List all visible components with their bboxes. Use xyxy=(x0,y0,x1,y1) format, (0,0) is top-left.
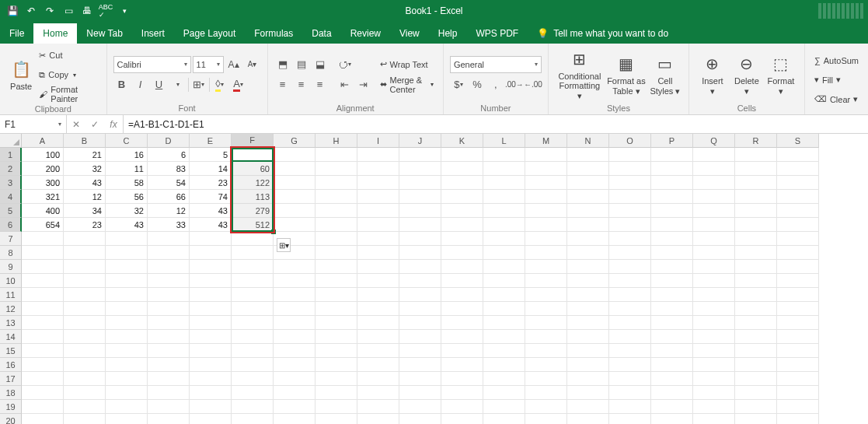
cell-L18[interactable] xyxy=(483,386,525,400)
cell-F10[interactable] xyxy=(232,274,274,288)
cell-A5[interactable]: 400 xyxy=(22,204,64,218)
cell-O4[interactable] xyxy=(609,190,651,204)
cell-R19[interactable] xyxy=(735,400,777,414)
cell-O20[interactable] xyxy=(609,414,651,424)
row-header-2[interactable]: 2 xyxy=(0,162,22,176)
cell-K4[interactable] xyxy=(441,190,483,204)
format-as-table-button[interactable]: ▦ Format as Table ▾ xyxy=(605,47,648,102)
row-header-3[interactable]: 3 xyxy=(0,176,22,190)
cell-E16[interactable] xyxy=(190,358,232,372)
cell-K1[interactable] xyxy=(441,148,483,162)
cell-D3[interactable]: 54 xyxy=(148,176,190,190)
cell-G15[interactable] xyxy=(274,344,315,358)
row-header-1[interactable]: 1 xyxy=(0,148,22,162)
cell-M17[interactable] xyxy=(525,372,567,386)
cell-J19[interactable] xyxy=(399,400,441,414)
cell-N3[interactable] xyxy=(567,176,609,190)
cell-H9[interactable] xyxy=(315,260,357,274)
cell-E9[interactable] xyxy=(190,260,232,274)
cell-P6[interactable] xyxy=(651,218,693,232)
tab-view[interactable]: View xyxy=(390,23,429,44)
cell-C11[interactable] xyxy=(106,288,148,302)
cell-O13[interactable] xyxy=(609,316,651,330)
cell-N4[interactable] xyxy=(567,190,609,204)
cell-C15[interactable] xyxy=(106,344,148,358)
cell-M2[interactable] xyxy=(525,162,567,176)
cell-N1[interactable] xyxy=(567,148,609,162)
cell-K9[interactable] xyxy=(441,260,483,274)
cell-D1[interactable]: 6 xyxy=(148,148,190,162)
cell-E3[interactable]: 23 xyxy=(190,176,232,190)
cell-R13[interactable] xyxy=(735,316,777,330)
align-bottom-icon[interactable]: ⬓ xyxy=(312,56,329,73)
cell-S18[interactable] xyxy=(777,386,819,400)
cell-S12[interactable] xyxy=(777,302,819,316)
cell-M7[interactable] xyxy=(525,232,567,246)
percent-icon[interactable]: % xyxy=(469,76,486,93)
cell-J18[interactable] xyxy=(399,386,441,400)
cell-Q13[interactable] xyxy=(693,316,735,330)
cell-B20[interactable] xyxy=(64,414,106,424)
cell-F5[interactable]: 279 xyxy=(232,204,274,218)
cell-I5[interactable] xyxy=(357,204,399,218)
cell-I3[interactable] xyxy=(357,176,399,190)
cell-P5[interactable] xyxy=(651,204,693,218)
cell-H18[interactable] xyxy=(315,386,357,400)
cell-D10[interactable] xyxy=(148,274,190,288)
cell-E1[interactable]: 5 xyxy=(190,148,232,162)
cell-E11[interactable] xyxy=(190,288,232,302)
cell-C19[interactable] xyxy=(106,400,148,414)
conditional-formatting-button[interactable]: ⊞ Conditional Formatting ▾ xyxy=(555,47,605,102)
cell-E14[interactable] xyxy=(190,330,232,344)
cell-G18[interactable] xyxy=(274,386,315,400)
cell-F17[interactable] xyxy=(232,372,274,386)
cell-S13[interactable] xyxy=(777,316,819,330)
col-header-E[interactable]: E xyxy=(190,134,232,148)
cell-E2[interactable]: 14 xyxy=(190,162,232,176)
cell-D8[interactable] xyxy=(148,246,190,260)
cell-H8[interactable] xyxy=(315,246,357,260)
cell-S2[interactable] xyxy=(777,162,819,176)
cell-N17[interactable] xyxy=(567,372,609,386)
cell-E7[interactable] xyxy=(190,232,232,246)
col-header-D[interactable]: D xyxy=(148,134,190,148)
cell-M19[interactable] xyxy=(525,400,567,414)
quick-print-icon[interactable]: 🖶 xyxy=(79,3,95,19)
cell-O6[interactable] xyxy=(609,218,651,232)
cell-O7[interactable] xyxy=(609,232,651,246)
redo-icon[interactable]: ↷ xyxy=(42,3,58,19)
cell-H15[interactable] xyxy=(315,344,357,358)
cell-C6[interactable]: 43 xyxy=(106,218,148,232)
cell-J10[interactable] xyxy=(399,274,441,288)
cell-N8[interactable] xyxy=(567,246,609,260)
cell-M14[interactable] xyxy=(525,330,567,344)
cell-H19[interactable] xyxy=(315,400,357,414)
cell-J9[interactable] xyxy=(399,260,441,274)
cell-N7[interactable] xyxy=(567,232,609,246)
cell-Q6[interactable] xyxy=(693,218,735,232)
cell-K14[interactable] xyxy=(441,330,483,344)
cell-N12[interactable] xyxy=(567,302,609,316)
italic-button[interactable]: I xyxy=(132,76,149,93)
cell-C10[interactable] xyxy=(106,274,148,288)
cell-D7[interactable] xyxy=(148,232,190,246)
cell-F14[interactable] xyxy=(232,330,274,344)
cell-B2[interactable]: 32 xyxy=(64,162,106,176)
cell-S17[interactable] xyxy=(777,372,819,386)
cell-A12[interactable] xyxy=(22,302,64,316)
fill-button[interactable]: ▾Fill ▾ xyxy=(811,72,862,89)
row-header-6[interactable]: 6 xyxy=(0,218,22,232)
align-top-icon[interactable]: ⬒ xyxy=(274,56,291,73)
cell-R20[interactable] xyxy=(735,414,777,424)
cell-E13[interactable] xyxy=(190,316,232,330)
cell-N14[interactable] xyxy=(567,330,609,344)
cell-I11[interactable] xyxy=(357,288,399,302)
cell-I10[interactable] xyxy=(357,274,399,288)
cell-C14[interactable] xyxy=(106,330,148,344)
cell-G16[interactable] xyxy=(274,358,315,372)
cell-G4[interactable] xyxy=(274,190,315,204)
cell-L2[interactable] xyxy=(483,162,525,176)
cell-G5[interactable] xyxy=(274,204,315,218)
cell-C1[interactable]: 16 xyxy=(106,148,148,162)
cell-Q10[interactable] xyxy=(693,274,735,288)
